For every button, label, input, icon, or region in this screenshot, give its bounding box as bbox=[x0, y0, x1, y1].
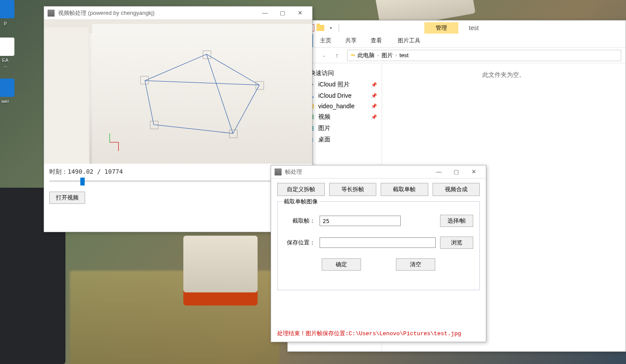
tab-custom-split[interactable]: 自定义拆帧 bbox=[277, 183, 325, 196]
group-legend: 截取单帧图像 bbox=[282, 198, 320, 206]
window-title: test bbox=[458, 24, 489, 31]
pin-icon: 📌 bbox=[371, 82, 377, 88]
tab-view[interactable]: 查看 bbox=[364, 34, 389, 47]
maximize-button[interactable]: ▢ bbox=[274, 7, 291, 19]
explorer-titlebar[interactable]: ▏ ✓ ▼ │ 管理 test bbox=[288, 21, 626, 35]
capture-frame-group: 截取单帧图像 截取帧： 选择/帧 保存位置： 浏览 确定 清空 bbox=[277, 201, 480, 290]
ok-button[interactable]: 确定 bbox=[322, 258, 361, 271]
context-tab: 管理 bbox=[424, 22, 458, 34]
nav-up-button[interactable]: ↑ bbox=[331, 50, 343, 61]
frame-process-dialog: 帧处理 — ▢ ✕ 自定义拆帧 等长拆帧 截取单帧 视频合成 截取单帧图像 截取… bbox=[271, 165, 486, 342]
nav-label: 视频 bbox=[318, 113, 330, 121]
window-title: 帧处理 bbox=[285, 168, 430, 176]
titlebar[interactable]: 帧处理 — ▢ ✕ bbox=[271, 165, 486, 179]
time-label: 时刻： bbox=[49, 168, 68, 176]
close-button[interactable]: ✕ bbox=[465, 165, 482, 178]
nav-label: 桌面 bbox=[318, 136, 330, 144]
app-icon bbox=[0, 0, 14, 18]
icon-label: p bbox=[0, 20, 17, 25]
tab-video-merge[interactable]: 视频合成 bbox=[433, 183, 480, 196]
open-video-button[interactable]: 打开视频 bbox=[49, 192, 85, 204]
save-path-input[interactable] bbox=[320, 237, 436, 248]
nav-label: 图片 bbox=[318, 124, 330, 132]
nav-label: 快速访问 bbox=[310, 69, 334, 77]
icon-label: EA... bbox=[0, 58, 17, 68]
browse-button[interactable]: 浏览 bbox=[440, 237, 473, 249]
svg-line-0 bbox=[206, 54, 233, 133]
video-preview bbox=[44, 20, 312, 164]
tab-home[interactable]: 主页 bbox=[313, 34, 338, 47]
address-bar: ← → ⌄ ↑ › 此电脑 › 图片 › test bbox=[288, 48, 626, 63]
time-value: 1490.02 / 10774 bbox=[68, 168, 123, 176]
tab-picture-tools[interactable]: 图片工具 bbox=[391, 34, 427, 47]
status-message: 处理结束！图片帧保存位置:C:\Users\Lenovo\Pictures\te… bbox=[277, 330, 480, 337]
desktop-icon[interactable]: EA... bbox=[0, 38, 17, 68]
frame-number-label: 截取帧： bbox=[284, 217, 315, 225]
tab-equal-split[interactable]: 等长拆帧 bbox=[329, 183, 377, 196]
svg-rect-4 bbox=[256, 82, 264, 89]
nav-label: iCloud 照片 bbox=[318, 81, 350, 89]
slider-thumb[interactable] bbox=[80, 178, 85, 185]
breadcrumb-segment[interactable]: test bbox=[398, 52, 410, 58]
film-icon bbox=[275, 168, 282, 175]
tab-share[interactable]: 共享 bbox=[338, 34, 364, 47]
chevron-right-icon[interactable]: › bbox=[377, 53, 378, 58]
svg-rect-5 bbox=[229, 130, 237, 138]
close-button[interactable]: ✕ bbox=[291, 7, 309, 19]
nav-history-dropdown[interactable]: ⌄ bbox=[318, 50, 330, 61]
select-frame-button[interactable]: 选择/帧 bbox=[440, 215, 473, 227]
timeline-slider[interactable] bbox=[49, 180, 307, 182]
pin-icon: 📌 bbox=[371, 114, 377, 120]
qat-dropdown-icon[interactable]: ▼ bbox=[327, 24, 335, 32]
maximize-button[interactable]: ▢ bbox=[447, 165, 465, 178]
nav-label: iCloud Drive bbox=[318, 92, 351, 99]
clear-button[interactable]: 清空 bbox=[396, 258, 435, 271]
breadcrumb-segment[interactable]: 此电脑 bbox=[356, 52, 376, 59]
titlebar[interactable]: 视频帧处理 (powered by chengyangkj) — ▢ ✕ bbox=[44, 7, 312, 20]
context-tab-header: 管理 bbox=[424, 22, 458, 34]
save-path-label: 保存位置： bbox=[284, 239, 315, 247]
frame-number-input[interactable] bbox=[320, 216, 401, 226]
svg-line-1 bbox=[145, 81, 259, 85]
folder-icon[interactable] bbox=[316, 24, 325, 32]
nav-label: video_handle bbox=[318, 103, 354, 110]
minimize-button[interactable]: — bbox=[256, 7, 274, 19]
svg-rect-2 bbox=[141, 76, 148, 84]
desktop-icon[interactable]: wer bbox=[0, 79, 17, 104]
app-icon bbox=[0, 38, 14, 56]
cad-sketch-icon bbox=[92, 24, 312, 164]
film-icon bbox=[48, 10, 55, 17]
app-icon bbox=[0, 79, 14, 97]
pin-icon: 📌 bbox=[371, 103, 377, 109]
pin-icon: 📌 bbox=[371, 93, 377, 99]
tab-capture-frame[interactable]: 截取单帧 bbox=[381, 183, 428, 196]
breadcrumb-segment[interactable]: 图片 bbox=[380, 52, 395, 59]
window-title: 视频帧处理 (powered by chengyangkj) bbox=[58, 9, 256, 17]
breadcrumb[interactable]: › 此电脑 › 图片 › test bbox=[347, 50, 621, 61]
icon-label: wer bbox=[0, 99, 17, 104]
desktop-icon[interactable]: p bbox=[0, 0, 17, 25]
ribbon-tabs: 文件 主页 共享 查看 图片工具 bbox=[288, 35, 626, 48]
minimize-button[interactable]: — bbox=[430, 165, 447, 178]
chevron-right-icon[interactable]: › bbox=[396, 53, 397, 58]
